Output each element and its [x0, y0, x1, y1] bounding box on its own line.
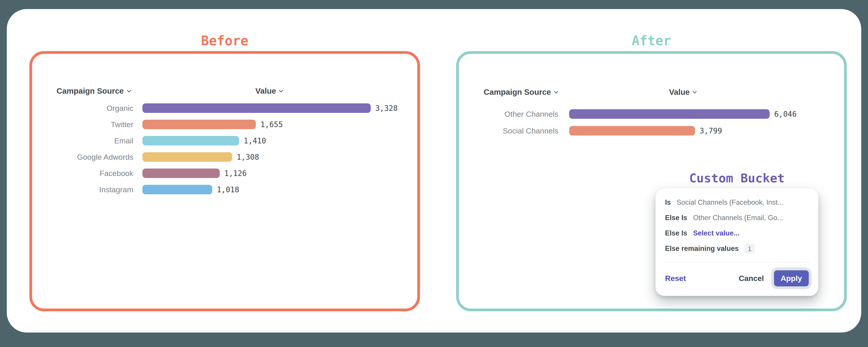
dialog-footer: Reset Cancel Apply	[665, 264, 809, 292]
row-value: 1,018	[217, 185, 239, 194]
rule-condition-label: Is	[665, 198, 671, 206]
app-window: Before After Campaign Source Value Organ…	[0, 0, 868, 347]
table-row: Organic3,328	[57, 100, 409, 116]
row-label: Other Channels	[484, 110, 558, 118]
row-value: 1,126	[224, 169, 247, 178]
chevron-down-icon	[279, 88, 283, 92]
dialog-divider	[664, 262, 809, 262]
table-row: Email1,410	[57, 133, 409, 149]
content-card: Before After Campaign Source Value Organ…	[7, 9, 861, 332]
table-row: Twitter1,655	[57, 116, 409, 133]
after-table-header: Campaign Source Value	[484, 85, 836, 99]
bucket-rule-row: IsSocial Channels (Facebook, Inst...	[665, 195, 809, 210]
row-value: 3,328	[375, 104, 398, 113]
bucket-rule-row: Else IsSelect value...	[665, 226, 809, 241]
row-value: 6,046	[774, 110, 797, 118]
table-row: Social Channels3,799	[484, 122, 836, 139]
row-value: 3,799	[700, 126, 722, 135]
before-table: Campaign Source Value Organic3,328Twitte…	[57, 84, 409, 198]
chevron-down-icon	[693, 89, 697, 93]
row-value: 1,410	[244, 136, 266, 145]
rule-condition-label: Else Is	[665, 229, 687, 237]
before-table-rows: Organic3,328Twitter1,655Email1,410Google…	[57, 100, 409, 198]
value-bar[interactable]	[143, 185, 212, 194]
value-bar[interactable]	[143, 104, 371, 113]
value-bar[interactable]	[569, 109, 770, 119]
apply-button[interactable]: Apply	[774, 270, 809, 286]
rule-condition-label: Else remaining values	[665, 244, 739, 253]
info-icon[interactable]: i	[745, 243, 755, 254]
value-bar[interactable]	[143, 136, 239, 145]
row-value: 1,308	[237, 153, 259, 162]
measure-header-label: Value	[669, 88, 690, 96]
row-value: 1,655	[260, 120, 283, 129]
row-label: Organic	[57, 104, 133, 113]
value-bar[interactable]	[143, 152, 232, 162]
table-row: Instagram1,018	[57, 181, 409, 198]
chevron-down-icon	[127, 88, 131, 92]
after-table-rows: Other Channels6,046Social Channels3,799	[484, 106, 836, 139]
measure-column-header[interactable]: Value	[669, 85, 696, 99]
measure-column-header[interactable]: Value	[255, 84, 283, 98]
row-label: Google Adwords	[57, 153, 133, 162]
custom-bucket-dialog: IsSocial Channels (Facebook, Inst...Else…	[655, 189, 818, 296]
dimension-column-header[interactable]: Campaign Source	[57, 84, 130, 98]
cancel-button[interactable]: Cancel	[739, 274, 764, 283]
rule-value[interactable]: Social Channels (Facebook, Inst...	[677, 198, 783, 206]
before-title: Before	[29, 32, 420, 49]
row-label: Facebook	[57, 169, 133, 178]
bucket-rules-list: IsSocial Channels (Facebook, Inst...Else…	[655, 189, 818, 256]
dimension-column-header[interactable]: Campaign Source	[484, 85, 558, 99]
dimension-header-label: Campaign Source	[484, 88, 551, 96]
select-value-link[interactable]: Select value...	[693, 229, 739, 237]
after-title: After	[456, 32, 847, 49]
table-row: Google Adwords1,308	[57, 149, 409, 165]
custom-bucket-title: Custom Bucket	[655, 171, 818, 185]
row-label: Social Channels	[484, 126, 558, 135]
measure-header-label: Value	[255, 86, 276, 95]
reset-button[interactable]: Reset	[665, 274, 686, 283]
row-label: Twitter	[57, 120, 133, 129]
rule-condition-label: Else Is	[665, 214, 687, 222]
bucket-rule-row: Else remaining valuesi	[665, 241, 809, 256]
before-table-header: Campaign Source Value	[57, 84, 409, 98]
after-table: Campaign Source Value Other Channels6,04…	[484, 85, 836, 139]
rule-value[interactable]: Other Channels (Email, Go...	[693, 214, 783, 222]
value-bar[interactable]	[143, 120, 256, 129]
table-row: Facebook1,126	[57, 165, 409, 181]
bucket-rule-row: Else IsOther Channels (Email, Go...	[665, 210, 809, 226]
value-bar[interactable]	[143, 169, 220, 178]
dimension-header-label: Campaign Source	[57, 86, 124, 95]
row-label: Instagram	[57, 185, 133, 194]
value-bar[interactable]	[569, 126, 695, 136]
chevron-down-icon	[554, 89, 558, 93]
table-row: Other Channels6,046	[484, 106, 836, 122]
row-label: Email	[57, 136, 133, 145]
